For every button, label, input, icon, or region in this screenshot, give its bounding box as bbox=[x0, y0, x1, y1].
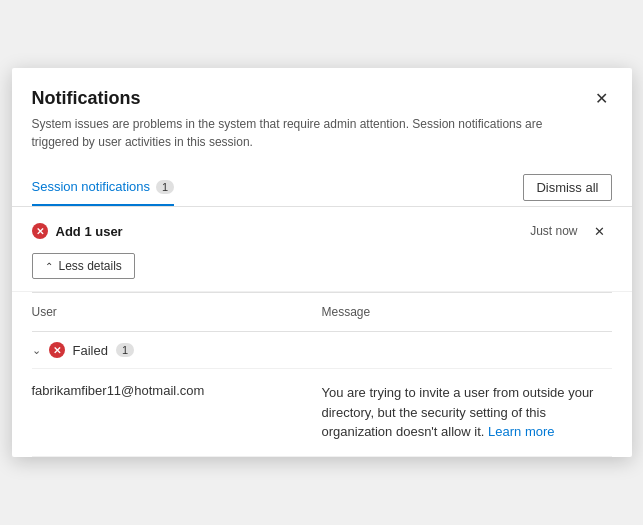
col-user-header: User bbox=[32, 301, 322, 323]
notification-title: Add 1 user bbox=[56, 224, 123, 239]
error-x-icon: ✕ bbox=[36, 226, 44, 237]
user-cell: fabrikamfiber11@hotmail.com bbox=[32, 383, 322, 442]
tab-label: Session notifications bbox=[32, 179, 151, 194]
modal-header: Notifications System issues are problems… bbox=[12, 68, 632, 161]
notification-right: Just now ✕ bbox=[530, 219, 611, 243]
dismiss-close-icon: ✕ bbox=[594, 224, 605, 239]
chevron-up-icon: ⌃ bbox=[45, 261, 53, 272]
message-cell: You are trying to invite a user from out… bbox=[322, 383, 612, 442]
col-message-header: Message bbox=[322, 301, 612, 323]
dismiss-all-button[interactable]: Dismiss all bbox=[523, 174, 611, 201]
chevron-down-icon[interactable]: ⌄ bbox=[32, 344, 41, 357]
notification-timestamp: Just now bbox=[530, 224, 577, 238]
table-header-row: User Message bbox=[32, 293, 612, 332]
notification-item: ✕ Add 1 user Just now ✕ ⌃ Less details bbox=[12, 207, 632, 292]
modal-title: Notifications bbox=[32, 88, 612, 109]
modal-overlay: Notifications System issues are problems… bbox=[0, 0, 643, 525]
failed-row: ⌄ ✕ Failed 1 bbox=[32, 332, 612, 369]
failed-x-icon: ✕ bbox=[53, 345, 61, 356]
failed-count-badge: 1 bbox=[116, 343, 134, 357]
tabs-area: Session notifications 1 Dismiss all bbox=[12, 169, 632, 207]
notification-left: ✕ Add 1 user bbox=[32, 223, 123, 239]
tab-badge: 1 bbox=[156, 180, 174, 194]
learn-more-link[interactable]: Learn more bbox=[488, 424, 554, 439]
close-icon: ✕ bbox=[595, 89, 608, 108]
notification-dismiss-button[interactable]: ✕ bbox=[588, 219, 612, 243]
error-icon: ✕ bbox=[32, 223, 48, 239]
tab-session-notifications[interactable]: Session notifications 1 bbox=[32, 169, 175, 206]
notifications-modal: Notifications System issues are problems… bbox=[12, 68, 632, 457]
less-details-button[interactable]: ⌃ Less details bbox=[32, 253, 135, 279]
failed-label: Failed bbox=[73, 343, 108, 358]
less-details-label: Less details bbox=[59, 259, 122, 273]
table-row: fabrikamfiber11@hotmail.com You are tryi… bbox=[32, 369, 612, 457]
failed-error-icon: ✕ bbox=[49, 342, 65, 358]
details-table: User Message ⌄ ✕ Failed 1 fabrikamfiber1… bbox=[32, 292, 612, 457]
notification-row: ✕ Add 1 user Just now ✕ bbox=[32, 219, 612, 243]
modal-subtitle: System issues are problems in the system… bbox=[32, 115, 552, 151]
modal-close-button[interactable]: ✕ bbox=[588, 84, 616, 112]
tabs-container: Session notifications 1 bbox=[32, 169, 191, 206]
